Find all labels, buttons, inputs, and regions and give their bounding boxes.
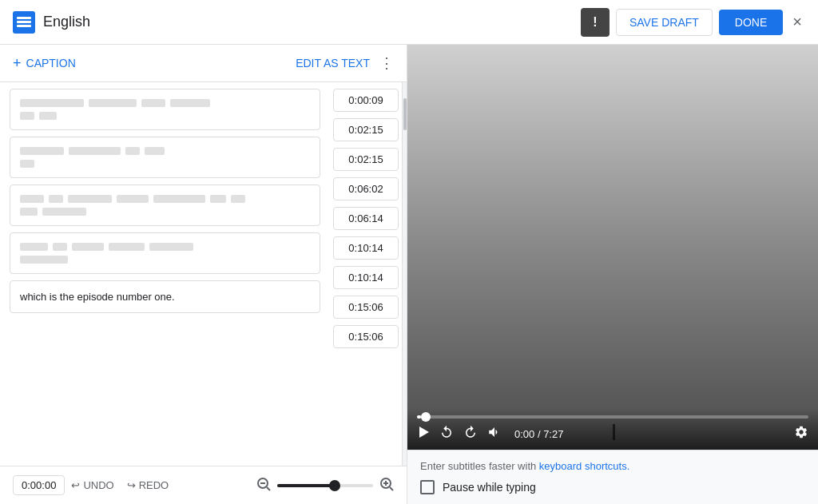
caption-text-5: which is the episode number one.	[20, 291, 310, 303]
video-time-label: 0:00 / 7:27	[514, 428, 563, 440]
subtitle-hint-text: Enter subtitles faster with	[420, 460, 539, 472]
right-panel: 0:00 / 7:27 Enter subtitles faster with …	[407, 45, 818, 504]
rewind-button[interactable]	[439, 425, 454, 443]
svg-rect-1	[17, 21, 31, 23]
time-column: 0:00:09 0:02:15 0:02:15 0:06:02 0:06:14 …	[330, 82, 402, 466]
redo-icon: ↪	[127, 479, 136, 491]
settings-button[interactable]	[794, 425, 808, 443]
caption-card-3[interactable]	[10, 185, 320, 226]
undo-label: UNDO	[83, 479, 113, 491]
undo-icon: ↩	[71, 479, 80, 491]
current-time-display: 0:00:00	[13, 475, 65, 495]
caption-cards: which is the episode number one.	[0, 82, 330, 466]
zoom-controls	[256, 477, 394, 494]
caption-placeholder-1	[20, 99, 310, 120]
caption-card-2[interactable]	[10, 137, 320, 178]
undo-button[interactable]: ↩ UNDO	[71, 479, 113, 491]
time-input-4-start[interactable]: 0:10:14	[333, 266, 399, 289]
scroll-divider	[402, 82, 407, 466]
redo-label: REDO	[139, 479, 169, 491]
toolbar-right: EDIT AS TEXT ⋮	[296, 54, 394, 72]
svg-rect-2	[17, 25, 31, 27]
more-options-button[interactable]: ⋮	[379, 54, 394, 72]
svg-rect-0	[17, 17, 31, 19]
top-bar-left: English	[13, 11, 90, 34]
video-progress-bar[interactable]	[417, 415, 808, 419]
time-input-3-start[interactable]: 0:06:14	[333, 207, 399, 230]
svg-line-4	[267, 487, 270, 490]
page-title: English	[43, 14, 90, 30]
zoom-out-button[interactable]	[256, 477, 271, 494]
pause-while-typing-label: Pause while typing	[443, 481, 536, 494]
video-placeholder: 0:00 / 7:27	[407, 45, 818, 450]
add-caption-button[interactable]: + CAPTION	[13, 55, 76, 72]
keyboard-shortcuts-link[interactable]: keyboard shortcuts.	[539, 460, 629, 472]
close-button[interactable]: ×	[789, 10, 805, 34]
save-draft-button[interactable]: SAVE DRAFT	[616, 9, 713, 36]
caption-card-4[interactable]	[10, 232, 320, 274]
video-area: 0:00 / 7:27	[407, 45, 818, 450]
bottom-bar: 0:00:00 ↩ UNDO ↪ REDO	[0, 466, 407, 504]
main-content: + CAPTION EDIT AS TEXT ⋮	[0, 45, 818, 504]
subtitle-hint: Enter subtitles faster with keyboard sho…	[420, 460, 805, 472]
top-bar: English ! SAVE DRAFT DONE ×	[0, 0, 818, 45]
zoom-slider[interactable]	[277, 484, 373, 487]
zoom-in-button[interactable]	[379, 477, 394, 494]
caption-card-1[interactable]	[10, 89, 320, 130]
done-button[interactable]: DONE	[719, 10, 783, 35]
top-bar-right: ! SAVE DRAFT DONE ×	[581, 8, 805, 37]
app-icon	[13, 11, 35, 34]
forward-button[interactable]	[463, 425, 478, 443]
time-input-4-end[interactable]: 0:15:06	[333, 296, 399, 319]
zoom-slider-thumb[interactable]	[329, 480, 340, 491]
caption-placeholder-4	[20, 243, 310, 264]
pause-while-typing-row: Pause while typing	[420, 480, 805, 494]
time-input-5-start[interactable]: 0:15:06	[333, 325, 399, 348]
video-controls: 0:00 / 7:27	[417, 425, 808, 443]
add-caption-label: CAPTION	[26, 57, 76, 69]
time-input-1-start[interactable]: 0:00:09	[333, 89, 399, 112]
time-input-1-end[interactable]: 0:02:15	[333, 118, 399, 141]
time-input-2-end[interactable]: 0:06:02	[333, 177, 399, 200]
time-input-3-end[interactable]: 0:10:14	[333, 236, 399, 260]
play-button[interactable]	[417, 426, 430, 442]
caption-placeholder-2	[20, 147, 310, 168]
subtitle-area: Enter subtitles faster with keyboard sho…	[407, 450, 818, 504]
caption-placeholder-3	[20, 195, 310, 216]
alert-button[interactable]: !	[581, 8, 610, 37]
pause-while-typing-checkbox[interactable]	[420, 480, 435, 494]
plus-icon: +	[13, 55, 22, 72]
zoom-slider-track	[277, 484, 335, 487]
svg-line-7	[390, 487, 393, 490]
svg-marker-10	[419, 427, 429, 438]
caption-card-5[interactable]: which is the episode number one.	[10, 280, 320, 313]
undo-redo-controls: ↩ UNDO ↪ REDO	[71, 479, 169, 491]
edit-as-text-button[interactable]: EDIT AS TEXT	[296, 57, 370, 69]
caption-list-area: which is the episode number one. 0:00:09…	[0, 82, 407, 466]
left-panel: + CAPTION EDIT AS TEXT ⋮	[0, 45, 407, 504]
redo-button[interactable]: ↪ REDO	[127, 479, 169, 491]
bottom-left: 0:00:00 ↩ UNDO ↪ REDO	[13, 475, 169, 495]
time-input-2-start[interactable]: 0:02:15	[333, 148, 399, 171]
video-progress-thumb[interactable]	[421, 412, 431, 422]
left-toolbar: + CAPTION EDIT AS TEXT ⋮	[0, 45, 407, 82]
volume-button[interactable]	[487, 425, 502, 443]
scroll-thumb	[403, 98, 407, 130]
